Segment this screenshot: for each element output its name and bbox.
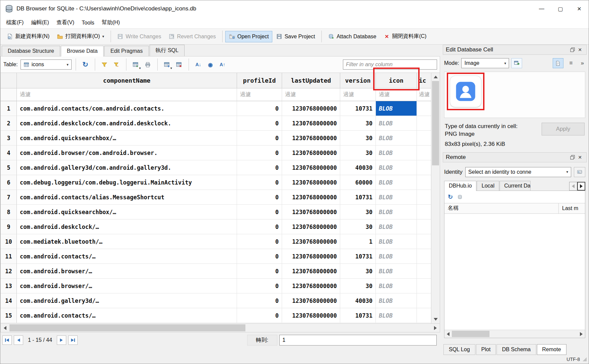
cell-icon-blob[interactable]: BLOB: [376, 234, 417, 249]
table-select[interactable]: icons ▾: [21, 59, 72, 70]
tab-database-structure[interactable]: Database Structure: [2, 46, 60, 56]
cell-profileId[interactable]: 0: [237, 160, 282, 175]
identity-select[interactable]: Select an identity to conne ▾: [465, 167, 571, 177]
clone-database-icon[interactable]: [457, 194, 463, 200]
cell-version[interactable]: 30: [340, 146, 376, 160]
sort-ascending-button[interactable]: A↓: [193, 59, 204, 70]
cell-componentName[interactable]: com.android.browser/…: [17, 279, 237, 293]
cell-profileId[interactable]: 0: [237, 175, 282, 190]
cell-componentName[interactable]: com.android.contacts/alias.MessageShortc…: [17, 190, 237, 205]
scroll-right-arrow[interactable]: [431, 324, 440, 332]
cell-lastUpdated[interactable]: 1230768000000: [282, 249, 340, 264]
table-row[interactable]: 13com.android.browser/…0123076800000030B…: [1, 279, 431, 293]
cell-icon-blob[interactable]: BLOB: [376, 205, 417, 219]
scroll-left-arrow[interactable]: [1, 324, 9, 332]
table-row[interactable]: 11com.android.contacts/…0123076800000010…: [1, 249, 431, 264]
cell-profileId[interactable]: 0: [237, 308, 282, 323]
cell-lastUpdated[interactable]: 1230768000000: [282, 205, 340, 219]
mode-select[interactable]: Image ▾: [461, 58, 509, 68]
table-row[interactable]: 4com.android.browser/com.android.browser…: [1, 146, 431, 160]
cell-profileId[interactable]: 0: [237, 190, 282, 205]
table-row[interactable]: 1com.android.contacts/com.android.contac…: [1, 101, 431, 116]
cell-lastUpdated[interactable]: 1230768000000: [282, 131, 340, 146]
scroll-left-arrow[interactable]: [444, 330, 452, 338]
save-project-button[interactable]: Save Project: [272, 31, 319, 42]
column-header-lastUpdated[interactable]: lastUpdated: [282, 73, 340, 88]
cell-version[interactable]: 40030: [340, 293, 376, 308]
cell-icon-blob[interactable]: BLOB: [376, 146, 417, 160]
revert-changes-button[interactable]: Revert Changes: [165, 31, 220, 42]
close-database-button[interactable]: ✕ 關閉資料庫(C): [380, 30, 430, 43]
cell-version[interactable]: 10731: [340, 190, 376, 205]
row-number[interactable]: 9: [1, 219, 17, 234]
row-number[interactable]: 12: [1, 264, 17, 279]
tab-plot[interactable]: Plot: [476, 344, 496, 355]
cell-partial[interactable]: [417, 293, 431, 308]
open-project-button[interactable]: Open Project: [225, 31, 272, 42]
cell-partial[interactable]: [417, 205, 431, 219]
cell-version[interactable]: 30: [340, 205, 376, 219]
table-row[interactable]: 8com.android.quicksearchbox/…01230768000…: [1, 205, 431, 219]
row-number[interactable]: 8: [1, 205, 17, 219]
cell-lastUpdated[interactable]: 1230768000000: [282, 175, 340, 190]
remote-refresh-icon[interactable]: ↻: [448, 193, 453, 201]
cell-componentName[interactable]: com.android.browser/com.android.browser.: [17, 146, 237, 160]
row-number[interactable]: 4: [1, 146, 17, 160]
cell-componentName[interactable]: com.android.contacts/…: [17, 308, 237, 323]
row-number[interactable]: 5: [1, 160, 17, 175]
text-view-button[interactable]: [553, 58, 563, 68]
float-panel-icon[interactable]: [569, 155, 576, 160]
column-header-partial[interactable]: ic: [417, 73, 431, 88]
menu-help[interactable]: 幫助(H): [98, 17, 123, 28]
cell-partial[interactable]: [417, 249, 431, 264]
cell-version[interactable]: 30: [340, 279, 376, 293]
cell-lastUpdated[interactable]: 1230768000000: [282, 116, 340, 131]
cell-icon-blob[interactable]: BLOB: [376, 175, 417, 190]
cell-partial[interactable]: [417, 234, 431, 249]
cell-lastUpdated[interactable]: 1230768000000: [282, 308, 340, 323]
maximize-button[interactable]: ▢: [551, 0, 570, 17]
table-row[interactable]: 10com.mediatek.bluetooth/…01230768000000…: [1, 234, 431, 249]
menu-view[interactable]: 查看(V): [53, 17, 78, 28]
row-number[interactable]: 15: [1, 308, 17, 323]
cell-lastUpdated[interactable]: 1230768000000: [282, 293, 340, 308]
table-row[interactable]: 7com.android.contacts/alias.MessageShort…: [1, 190, 431, 205]
cell-partial[interactable]: [417, 116, 431, 131]
cell-version[interactable]: 30: [340, 264, 376, 279]
cell-lastUpdated[interactable]: 1230768000000: [282, 190, 340, 205]
row-number[interactable]: 13: [1, 279, 17, 293]
tab-local[interactable]: Local: [477, 181, 499, 191]
column-header-componentName[interactable]: componentName: [17, 73, 237, 88]
cell-profileId[interactable]: 0: [237, 116, 282, 131]
float-panel-icon[interactable]: [569, 47, 576, 52]
vertical-scrollbar-thumb[interactable]: [432, 81, 439, 165]
horizontal-scrollbar-thumb[interactable]: [9, 324, 245, 331]
cell-componentName[interactable]: com.android.gallery3d/…: [17, 293, 237, 308]
cell-icon-blob[interactable]: BLOB: [376, 293, 417, 308]
scroll-up-arrow[interactable]: [431, 73, 440, 81]
column-header-icon[interactable]: icon: [376, 73, 417, 88]
first-record-button[interactable]: [2, 335, 12, 345]
contact-image[interactable]: [450, 76, 481, 107]
cell-lastUpdated[interactable]: 1230768000000: [282, 146, 340, 160]
cell-profileId[interactable]: 0: [237, 131, 282, 146]
cell-icon-blob[interactable]: BLOB: [376, 101, 417, 116]
cell-partial[interactable]: [417, 308, 431, 323]
tab-db-schema[interactable]: DB Schema: [497, 344, 536, 355]
row-number[interactable]: 10: [1, 234, 17, 249]
cell-componentName[interactable]: com.android.browser/…: [17, 264, 237, 279]
goto-record-input[interactable]: [279, 335, 437, 346]
cell-partial[interactable]: [417, 131, 431, 146]
cell-profileId[interactable]: 0: [237, 234, 282, 249]
cell-componentName[interactable]: com.android.deskclock/com.android.deskcl…: [17, 116, 237, 131]
delete-record-button[interactable]: [174, 59, 185, 70]
identity-settings-button[interactable]: [574, 167, 585, 177]
cell-lastUpdated[interactable]: 1230768000000: [282, 219, 340, 234]
cell-partial[interactable]: [417, 146, 431, 160]
cell-componentName[interactable]: com.android.contacts/…: [17, 249, 237, 264]
cell-profileId[interactable]: 0: [237, 205, 282, 219]
filter-version[interactable]: 過濾: [340, 88, 376, 101]
table-row[interactable]: 6com.debug.loggerui/com.debug.loggerui.M…: [1, 175, 431, 190]
cell-icon-blob[interactable]: BLOB: [376, 308, 417, 323]
column-header-profileId[interactable]: profileId: [237, 73, 282, 88]
